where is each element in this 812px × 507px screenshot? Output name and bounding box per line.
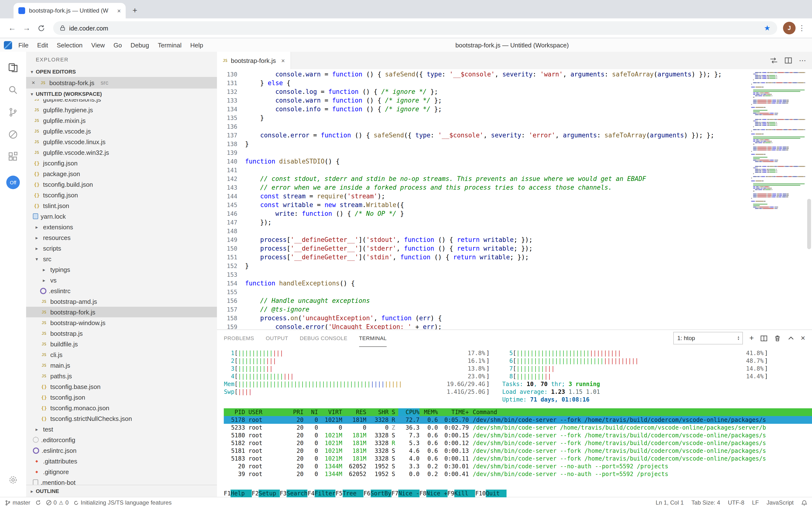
- fkey[interactable]: F9: [447, 490, 454, 497]
- tree-item-bootstrap-window.js[interactable]: JSbootstrap-window.js: [26, 317, 217, 328]
- new-terminal-icon[interactable]: +: [749, 334, 754, 342]
- tree-item-tsconfig.build.json[interactable]: {}tsconfig.build.json: [26, 179, 217, 190]
- close-panel-icon[interactable]: ×: [801, 334, 805, 342]
- process-row[interactable]: 5183root2001021M181M3328S4.00.60:00.11/d…: [224, 455, 812, 462]
- close-editor-icon[interactable]: ×: [30, 79, 37, 86]
- fkey[interactable]: F7: [391, 490, 398, 497]
- menu-edit[interactable]: Edit: [33, 41, 53, 49]
- process-row[interactable]: 39root2001344M620521952S0.00.20:00.41/de…: [224, 470, 812, 478]
- debug-icon[interactable]: [2, 123, 24, 146]
- notifications-bell-icon[interactable]: [801, 500, 807, 506]
- new-tab-button[interactable]: +: [129, 4, 141, 17]
- fkey[interactable]: F6: [364, 490, 371, 497]
- tree-item-resources[interactable]: ▸resources: [26, 232, 217, 243]
- tree-item-.editorconfig[interactable]: .editorconfig: [26, 435, 217, 445]
- tree-item-tsconfig.strictNullChecks.json[interactable]: {}tsconfig.strictNullChecks.json: [26, 413, 217, 424]
- explorer-icon[interactable]: [2, 57, 24, 79]
- eol[interactable]: LF: [752, 499, 759, 506]
- tree-item-main.js[interactable]: JSmain.js: [26, 360, 217, 371]
- fkey[interactable]: F1: [224, 490, 231, 497]
- sync-icon[interactable]: [35, 500, 41, 506]
- workspace-header[interactable]: ▾ UNTITLED (WORKSPACE): [26, 89, 217, 99]
- process-row[interactable]: 20root2001344M620521952S3.30.20:30.01/de…: [224, 462, 812, 470]
- terminal-select[interactable]: 1: htop ▴▾: [674, 332, 743, 344]
- process-row[interactable]: 5181root2001021M181M3328S4.60.60:00.13/d…: [224, 447, 812, 455]
- tree-item-jsconfig.json[interactable]: {}jsconfig.json: [26, 158, 217, 168]
- process-row[interactable]: 5180root2001021M181M3328S7.30.60:00.15/d…: [224, 432, 812, 439]
- tree-item-.mention-bot[interactable]: .mention-bot: [26, 477, 217, 485]
- editor-tab[interactable]: JS bootstrap-fork.js ×: [217, 52, 291, 69]
- fkey-label[interactable]: Quit: [486, 490, 507, 497]
- avatar[interactable]: J: [783, 22, 796, 34]
- fkey[interactable]: F8: [420, 490, 426, 497]
- tree-item-package.json[interactable]: {}package.json: [26, 168, 217, 179]
- menu-debug[interactable]: Debug: [126, 41, 153, 49]
- encoding[interactable]: UTF-8: [728, 499, 744, 506]
- code-editor[interactable]: 130 console.warn = function () { safeSen…: [217, 69, 812, 330]
- panel-tab-debug-console[interactable]: DEBUG CONSOLE: [300, 330, 348, 347]
- minimap[interactable]: [751, 72, 805, 213]
- maximize-panel-icon[interactable]: [787, 335, 794, 342]
- tree-item-vs[interactable]: ▸vs: [26, 275, 217, 285]
- terminal[interactable]: 1[|||||||||||||17.8%]5[|||||||||||||||||…: [217, 346, 812, 498]
- problems-indicator[interactable]: 0 ⚠ 0: [46, 499, 68, 506]
- back-icon[interactable]: ←: [6, 22, 18, 34]
- tree-item-bootstrap.js[interactable]: JSbootstrap.js: [26, 328, 217, 339]
- tree-item-tsconfig.monaco.json[interactable]: {}tsconfig.monaco.json: [26, 402, 217, 413]
- open-changes-icon[interactable]: [770, 57, 778, 64]
- tree-item-.gitattributes[interactable]: ◆.gitattributes: [26, 456, 217, 466]
- tree-item-tsconfig.json[interactable]: {}tsconfig.json: [26, 392, 217, 402]
- tree-item-tsconfig.base.json[interactable]: {}tsconfig.base.json: [26, 381, 217, 392]
- split-terminal-icon[interactable]: [760, 335, 767, 342]
- menu-file[interactable]: File: [14, 41, 33, 49]
- menu-terminal[interactable]: Terminal: [153, 41, 186, 49]
- tree-item-gulpfile.vscode.js[interactable]: JSgulpfile.vscode.js: [26, 126, 217, 136]
- tree-item-typings[interactable]: ▸typings: [26, 264, 217, 275]
- tree-item-bootstrap-amd.js[interactable]: JSbootstrap-amd.js: [26, 296, 217, 307]
- tab-close-icon[interactable]: ×: [281, 57, 285, 64]
- panel-tab-problems[interactable]: PROBLEMS: [224, 330, 254, 347]
- fkey-label[interactable]: Help: [231, 490, 252, 497]
- tree-item-buildfile.js[interactable]: JSbuildfile.js: [26, 339, 217, 349]
- forward-icon[interactable]: →: [20, 22, 33, 34]
- tab-close-icon[interactable]: ×: [117, 7, 121, 14]
- kill-terminal-icon[interactable]: [773, 335, 781, 342]
- tree-item-.eslintrc[interactable]: .eslintrc: [26, 285, 217, 296]
- editor-scrollbar[interactable]: [807, 199, 811, 249]
- browser-menu-icon[interactable]: ⋮: [798, 24, 806, 33]
- branch-indicator[interactable]: master: [5, 499, 30, 506]
- fkey-label[interactable]: Search: [287, 490, 308, 497]
- indentation[interactable]: Tab Size: 4: [691, 499, 720, 506]
- tree-item-scripts[interactable]: ▸scripts: [26, 243, 217, 253]
- split-editor-icon[interactable]: [785, 57, 792, 64]
- tree-item-src[interactable]: ▾src: [26, 253, 217, 264]
- tree-item-cli.js[interactable]: JScli.js: [26, 349, 217, 360]
- tree-item-tsconfig.json[interactable]: {}tsconfig.json: [26, 190, 217, 200]
- search-icon[interactable]: [2, 79, 24, 101]
- tree-item-gulpfile.hygiene.js[interactable]: JSgulpfile.hygiene.js: [26, 105, 217, 115]
- fkey[interactable]: F5: [335, 490, 342, 497]
- address-bar[interactable]: ide.coder.com ★: [53, 21, 777, 35]
- fkey[interactable]: F2: [252, 490, 259, 497]
- language-mode[interactable]: JavaScript: [766, 499, 794, 506]
- tree-item-gulpfile.vscode.linux.js[interactable]: JSgulpfile.vscode.linux.js: [26, 136, 217, 147]
- tree-item-.eslintrc.json[interactable]: .eslintrc.json: [26, 445, 217, 456]
- source-control-icon[interactable]: [2, 101, 24, 123]
- fkey[interactable]: F10: [475, 490, 486, 497]
- fkey-label[interactable]: Nice +: [426, 490, 447, 497]
- fkey-label[interactable]: Tree: [342, 490, 364, 497]
- tree-item-gulpfile.extensions.js[interactable]: JSgulpfile.extensions.js: [26, 99, 217, 105]
- open-editors-header[interactable]: ▾ OPEN EDITORS: [26, 66, 217, 77]
- tree-item-gulpfile.mixin.js[interactable]: JSgulpfile.mixin.js: [26, 115, 217, 126]
- tree-item-paths.js[interactable]: JSpaths.js: [26, 371, 217, 381]
- tree-item-test[interactable]: ▸test: [26, 424, 217, 435]
- menu-help[interactable]: Help: [186, 41, 207, 49]
- menu-selection[interactable]: Selection: [53, 41, 87, 49]
- collaboration-off-toggle[interactable]: Off: [6, 176, 20, 189]
- fkey-label[interactable]: Setup: [259, 490, 280, 497]
- process-row[interactable]: 5233root200000Z36.30.00:02.79/dev/shm/bi…: [224, 424, 812, 432]
- tree-item-bootstrap-fork.js[interactable]: JSbootstrap-fork.js: [26, 307, 217, 317]
- outline-header[interactable]: ▸ OUTLINE: [26, 485, 217, 497]
- panel-tab-terminal[interactable]: TERMINAL: [359, 330, 386, 347]
- bookmark-star-icon[interactable]: ★: [764, 24, 770, 33]
